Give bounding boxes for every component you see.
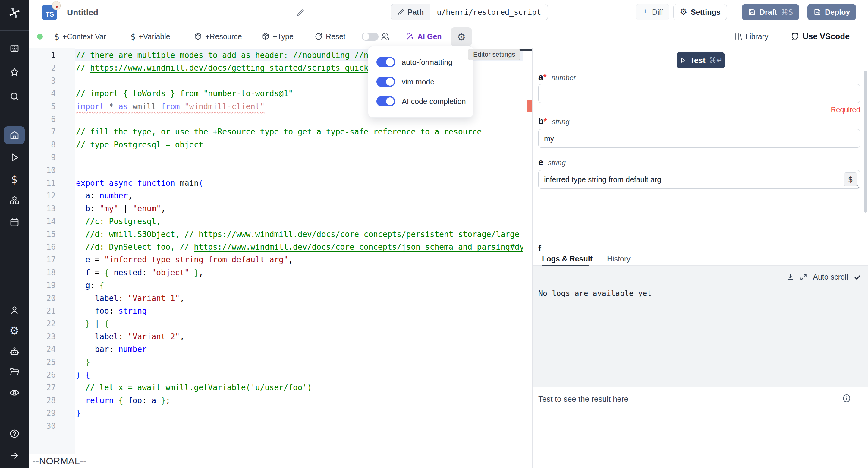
line-number: 27 — [32, 381, 56, 394]
code-line[interactable]: ) { — [76, 369, 90, 381]
favorites-star-icon[interactable] — [0, 67, 29, 78]
path-label: Path — [407, 8, 424, 17]
code-line[interactable]: //c: Postgresql, — [76, 215, 161, 228]
collaborators-icon[interactable] — [380, 25, 390, 48]
code-line[interactable]: //d: wmill.S3Object, // https://www.wind… — [76, 228, 523, 241]
menu-item-ai-code-completion[interactable]: AI code completion — [376, 96, 466, 107]
overview-ruler-error-marker — [527, 99, 532, 112]
audit-eye-icon[interactable] — [0, 387, 29, 398]
code-line[interactable]: bar: number — [76, 343, 147, 355]
line-number: 9 — [32, 151, 56, 164]
reset-button[interactable]: Reset — [314, 25, 345, 48]
check-icon[interactable] — [854, 273, 861, 281]
library-button[interactable]: Library — [734, 25, 768, 48]
toggle-switch[interactable] — [376, 96, 395, 107]
required-star: * — [543, 72, 547, 82]
menu-item-label: auto-formatting — [402, 58, 453, 67]
settings-button[interactable]: ⚙ Settings — [673, 4, 727, 20]
add-variable-button[interactable]: $ +Variable — [130, 25, 170, 48]
add-type-button[interactable]: +Type — [261, 25, 293, 48]
code-line[interactable]: } — [76, 407, 81, 419]
code-line[interactable]: return { foo: a }; — [76, 394, 170, 407]
settings-gear-icon[interactable]: ⚙ — [0, 325, 29, 336]
toggle-switch[interactable] — [376, 77, 395, 87]
code-line[interactable]: label: "Variant 2", — [76, 330, 184, 343]
result-placeholder: Test to see the result here — [538, 394, 628, 404]
add-context-var-button[interactable]: $ +Context Var — [54, 25, 106, 48]
code-line[interactable]: //d: DynSelect_foo, // https://www.windm… — [76, 241, 523, 253]
line-number: 2 — [32, 61, 56, 74]
use-vscode-button[interactable]: Use VScode — [790, 25, 849, 48]
line-number: 19 — [32, 279, 56, 292]
line-number: 4 — [32, 87, 56, 100]
scrollbar-thumb[interactable] — [864, 71, 867, 213]
diff-button[interactable]: ± Diff — [636, 4, 670, 20]
users-person-icon[interactable] — [0, 305, 29, 316]
home-icon[interactable] — [0, 130, 29, 141]
code-line[interactable]: // there are multiple modes to add as he… — [76, 49, 406, 61]
path-value[interactable]: u/henri/restored_script — [430, 4, 548, 20]
field-a-input[interactable] — [538, 84, 860, 103]
line-number: 16 — [32, 241, 56, 253]
run-panel: Test ⌘↵ a* number Required b* string my … — [532, 48, 868, 468]
resources-cubes-icon[interactable] — [0, 195, 29, 206]
field-b-input[interactable]: my — [538, 129, 860, 148]
field-e-input[interactable]: inferred type string from default arg $ — [538, 170, 860, 189]
menu-item-auto-formatting[interactable]: auto-formatting — [376, 57, 453, 67]
code-line[interactable]: e = "inferred type string from default a… — [76, 253, 293, 266]
workers-robot-icon[interactable] — [0, 347, 29, 357]
windmill-logo-icon[interactable] — [0, 7, 29, 19]
line-number: 10 — [32, 164, 56, 177]
tab-logs-result[interactable]: Logs & Result — [542, 255, 592, 263]
code-line[interactable]: b: "my" | "enum", — [76, 202, 165, 215]
search-icon[interactable] — [0, 91, 29, 102]
folders-icon[interactable] — [0, 367, 29, 378]
info-icon[interactable] — [842, 394, 851, 403]
code-line[interactable]: foo: string — [76, 304, 147, 317]
edit-summary-pencil-icon[interactable] — [296, 8, 305, 17]
code-line[interactable]: // import { toWords } from "number-to-wo… — [76, 87, 293, 100]
variables-dollar-icon[interactable]: $ — [0, 173, 29, 185]
code-line[interactable]: a: number, — [76, 189, 133, 202]
status-dot — [37, 25, 43, 48]
editor-settings-gear-button[interactable]: ⚙ — [451, 27, 472, 46]
add-resource-button[interactable]: +Resource — [194, 25, 242, 48]
dollar-icon: $ — [54, 32, 59, 41]
deploy-button[interactable]: Deploy — [807, 4, 856, 20]
sidebar-divider — [0, 119, 29, 119]
code-line[interactable]: g: { — [76, 279, 104, 292]
editor-toolbar: $ +Context Var $ +Variable +Resource +Ty… — [29, 25, 868, 48]
code-line[interactable]: f = { nested: "object" }, — [76, 266, 204, 279]
code-line[interactable]: import * as wmill from "windmill-client" — [76, 100, 265, 113]
help-icon[interactable] — [0, 428, 29, 439]
tab-history[interactable]: History — [607, 255, 630, 263]
sidebar: $ ⚙ — [0, 0, 29, 468]
code-line[interactable]: label: "Variant 1", — [76, 292, 184, 304]
expand-sidebar-arrow-icon[interactable] — [0, 450, 29, 461]
insert-variable-dollar-button[interactable]: $ — [844, 173, 858, 186]
menu-item-vim-mode[interactable]: vim mode — [376, 77, 434, 87]
draft-button[interactable]: Draft ⌘S — [742, 4, 799, 20]
schedules-calendar-icon[interactable] — [0, 217, 29, 228]
runs-play-icon[interactable] — [0, 152, 29, 163]
code-line[interactable]: export async function main( — [76, 177, 204, 189]
autoscroll-label[interactable]: Auto scroll — [813, 272, 848, 281]
toggle-switch[interactable] — [376, 57, 395, 67]
path-pill[interactable]: Path u/henri/restored_script — [391, 4, 548, 20]
workspace-icon[interactable] — [0, 43, 29, 54]
path-button[interactable]: Path — [391, 4, 430, 20]
collab-toggle[interactable] — [362, 25, 378, 48]
code-line[interactable]: } — [76, 356, 90, 369]
ai-gen-button[interactable]: AI Gen — [405, 25, 442, 48]
code-line[interactable]: } | { — [76, 317, 109, 330]
code-line[interactable]: // let x = await wmill.getVariable('u/us… — [76, 381, 312, 394]
download-logs-icon[interactable] — [786, 273, 794, 281]
diff-icon: ± — [642, 8, 648, 16]
test-button[interactable]: Test ⌘↵ — [677, 52, 725, 68]
save-icon — [813, 8, 821, 16]
expand-logs-icon[interactable] — [800, 273, 807, 281]
code-line[interactable]: // type Postgresql = object — [76, 138, 204, 151]
line-number: 17 — [32, 253, 56, 266]
code-line[interactable]: // fill the type, or use the +Resource t… — [76, 125, 482, 138]
line-number: 8 — [32, 138, 56, 151]
